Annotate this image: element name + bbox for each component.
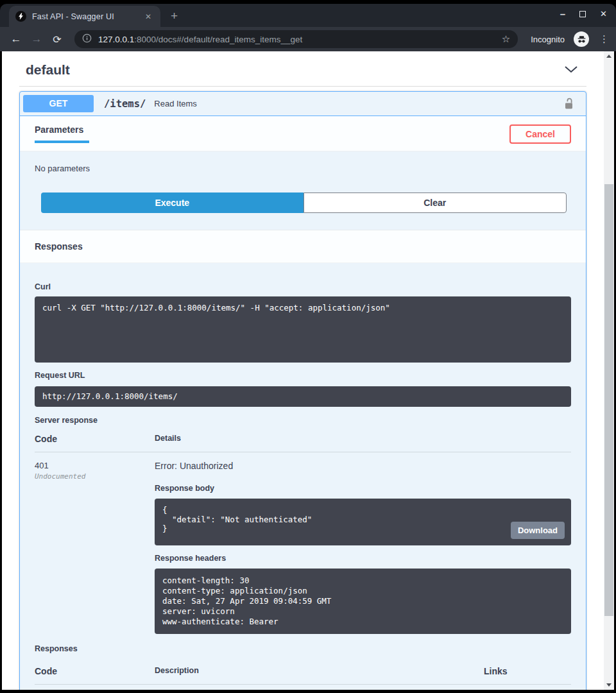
incognito-label: Incognito <box>531 35 565 44</box>
section-title: default <box>26 62 70 78</box>
details-column-header: Details <box>155 434 484 444</box>
tab-parameters[interactable]: Parameters <box>35 124 89 143</box>
section-divider <box>19 86 586 87</box>
fastapi-favicon-icon <box>15 11 26 22</box>
browser-menu-icon[interactable]: ⋮ <box>599 33 608 45</box>
code-column-header: Code <box>35 434 155 444</box>
operation-header[interactable]: GET /items/ Read Items <box>20 92 586 116</box>
scrollbar-thumb[interactable] <box>604 184 613 616</box>
server-response-label: Server response <box>35 416 571 425</box>
window-controls: – ✕ <box>560 9 607 19</box>
curl-command-block[interactable]: curl -X GET "http://127.0.0.1:8000/items… <box>35 296 571 363</box>
error-description: Error: Unauthorized <box>155 461 571 471</box>
operation-path: /items/ <box>104 98 146 110</box>
opblock-get-items: GET /items/ Read Items Parameters Cancel… <box>19 91 586 690</box>
tab-close-icon[interactable]: ✕ <box>142 11 154 22</box>
reload-icon[interactable]: ⟳ <box>49 33 65 46</box>
swagger-page: default GET /items/ Read Items Parameter… <box>2 51 604 690</box>
scrollbar-down-icon[interactable] <box>606 683 612 687</box>
url-path: :8000/docs#/default/read_items_items__ge… <box>134 35 302 44</box>
unlock-icon[interactable] <box>564 98 574 110</box>
tab-strip: Fast API - Swagger UI ✕ + – ✕ <box>0 4 616 27</box>
browser-tab[interactable]: Fast API - Swagger UI ✕ <box>9 6 160 27</box>
execute-button[interactable]: Execute <box>41 193 304 213</box>
incognito-icon <box>574 31 589 47</box>
maximize-icon[interactable] <box>579 11 586 17</box>
minimize-icon[interactable]: – <box>560 11 565 17</box>
execute-button-group: Execute Clear <box>20 178 586 230</box>
documented-table-header: Code Description Links <box>35 666 571 685</box>
response-body-block: { "detail": "Not authenticated" }Downloa… <box>155 499 571 545</box>
download-button[interactable]: Download <box>511 522 565 539</box>
scrollbar-up-icon[interactable] <box>606 55 612 58</box>
live-response-row: 401 Undocumented Error: Unauthorized Res… <box>35 452 571 633</box>
operation-summary: Read Items <box>154 99 196 108</box>
url-host: 127.0.0.1 <box>98 35 134 44</box>
response-body-label: Response body <box>155 484 571 493</box>
close-window-icon[interactable]: ✕ <box>600 9 607 19</box>
method-badge: GET <box>23 95 94 112</box>
documented-responses-label: Responses <box>35 644 571 653</box>
url-text[interactable]: 127.0.0.1:8000/docs#/default/read_items_… <box>98 35 502 44</box>
request-url-block: http://127.0.0.1:8000/items/ <box>35 386 571 407</box>
parameters-header: Parameters Cancel <box>20 116 586 151</box>
responses-section-header: Responses <box>20 230 586 263</box>
doc-code-header: Code <box>35 666 155 676</box>
request-url-label: Request URL <box>35 371 571 380</box>
back-icon[interactable]: ← <box>8 33 24 46</box>
active-tab-underline <box>35 141 89 143</box>
response-headers-label: Response headers <box>155 554 571 563</box>
browser-toolbar: ← → ⟳ 127.0.0.1:8000/docs#/default/read_… <box>0 27 616 51</box>
response-headers-block: content-length: 30 content-type: applica… <box>155 569 571 633</box>
bookmark-star-icon[interactable]: ☆ <box>502 33 510 45</box>
cancel-button[interactable]: Cancel <box>509 124 571 144</box>
page-scrollbar[interactable] <box>604 51 614 690</box>
clear-button[interactable]: Clear <box>304 193 567 213</box>
live-response-table-header: Code Details <box>35 434 571 452</box>
address-bar[interactable]: 127.0.0.1:8000/docs#/default/read_items_… <box>74 30 518 48</box>
undocumented-label: Undocumented <box>35 472 155 481</box>
status-code: 401 <box>35 461 155 470</box>
forward-icon: → <box>28 33 45 46</box>
response-body-json: { "detail": "Not authenticated" } <box>162 505 312 533</box>
doc-links-header: Links <box>484 666 571 676</box>
window-frame-bottom <box>0 690 616 693</box>
parameters-tab-label: Parameters <box>35 124 89 135</box>
page-info-icon[interactable] <box>82 33 92 46</box>
chevron-down-icon[interactable] <box>564 64 578 76</box>
curl-label: Curl <box>35 282 571 291</box>
no-parameters-text: No parameters <box>20 151 586 178</box>
documented-response-row: 200 Successful Response No links <box>35 685 571 690</box>
tab-title: Fast API - Swagger UI <box>32 12 142 21</box>
doc-description-header: Description <box>155 666 484 676</box>
new-tab-icon[interactable]: + <box>171 9 178 27</box>
